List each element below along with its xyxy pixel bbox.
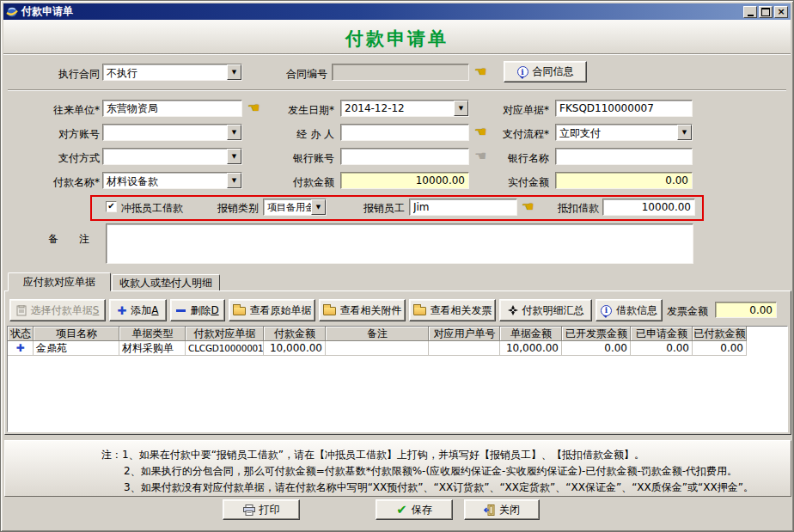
col-header[interactable]: 已申请金额 bbox=[631, 327, 693, 341]
cell-paid: 0.00 bbox=[693, 341, 747, 356]
delete-button[interactable]: 删除D bbox=[170, 299, 225, 321]
view-attachment-button[interactable]: 查看相关附件 bbox=[319, 299, 406, 321]
header-strip: 付款申请单 bbox=[3, 20, 791, 53]
table-row[interactable]: ✚ 金鼎苑 材料采购单 CLCGD100000016 10,000.00 10,… bbox=[8, 341, 787, 356]
offset-category-label: 报销类别 bbox=[207, 201, 259, 215]
pay-method-label: 支付方式 bbox=[18, 151, 100, 165]
window-title: 付款申请单 bbox=[21, 4, 742, 19]
exec-contract-label: 执行合同 bbox=[18, 67, 100, 81]
select-payment-doc-button[interactable]: 选择付款单据S bbox=[9, 299, 106, 321]
payment-detail-sum-button[interactable]: 付款明细汇总 bbox=[499, 299, 592, 321]
divider bbox=[8, 89, 786, 91]
info-icon: i bbox=[517, 66, 528, 77]
actual-amount-field[interactable] bbox=[555, 172, 693, 189]
tab-payable-docs[interactable]: 应付款对应单据 bbox=[8, 272, 111, 291]
bank-name-field[interactable] bbox=[555, 148, 693, 165]
app-icon bbox=[6, 6, 18, 18]
view-invoice-button[interactable]: 查看相关发票 bbox=[409, 299, 496, 321]
minimize-button[interactable] bbox=[743, 6, 757, 18]
note-line: 2、如果执行的分包合同，那么可付款金额=付款基数*付款限额%-(应收履约保证金-… bbox=[101, 463, 791, 480]
cell-doc-type: 材料采购单 bbox=[119, 341, 186, 356]
folder-icon bbox=[323, 307, 336, 315]
unit-field[interactable] bbox=[102, 100, 242, 117]
col-header[interactable]: 付款对应单据 bbox=[186, 327, 264, 341]
pay-flow-select[interactable]: 立即支付 ▼ bbox=[555, 124, 693, 141]
payable-docs-panel: 选择付款单据S ✚ 添加A 删除D 查看原始单据 查看相关附件 查看相关发票 bbox=[4, 290, 791, 435]
col-header[interactable]: 项目名称 bbox=[34, 327, 119, 341]
pay-method-select[interactable]: ▼ bbox=[102, 148, 242, 165]
contract-info-button[interactable]: i 合同信息 bbox=[504, 61, 587, 83]
offset-deduct-label: 抵扣借款 bbox=[547, 201, 599, 215]
remark-textarea[interactable] bbox=[106, 223, 693, 264]
chevron-down-icon[interactable]: ▼ bbox=[227, 173, 241, 188]
cell-invoiced: 0.00 bbox=[562, 341, 631, 356]
cell-project: 金鼎苑 bbox=[34, 341, 119, 356]
contract-no-label: 合同编号 bbox=[263, 67, 327, 81]
offset-employee-label: 报销员工 bbox=[353, 201, 405, 215]
doc-no-field[interactable] bbox=[555, 100, 693, 117]
chevron-down-icon[interactable]: ▼ bbox=[227, 64, 241, 80]
contract-lookup-hand-icon[interactable]: ☚ bbox=[474, 66, 486, 77]
offset-deduct-field[interactable] bbox=[602, 199, 695, 216]
other-account-label: 对方账号 bbox=[18, 127, 100, 141]
save-button[interactable]: ✔ 保存 bbox=[376, 499, 453, 520]
date-label: 发生日期* bbox=[254, 103, 334, 117]
col-header[interactable]: 单据金额 bbox=[500, 327, 562, 341]
invoice-amount-label: 发票金额 bbox=[667, 304, 712, 318]
col-header[interactable]: 付款金额 bbox=[264, 327, 326, 341]
tab-payee-detail[interactable]: 收款人或垫付人明细 bbox=[112, 274, 220, 291]
summary-icon bbox=[508, 305, 518, 315]
operator-field[interactable] bbox=[340, 124, 469, 141]
pay-amount-label: 付款金额 bbox=[254, 175, 334, 189]
date-select[interactable]: 2014-12-12 ▼ bbox=[340, 100, 469, 117]
offset-category-select[interactable]: 项目备用金 ▼ bbox=[263, 199, 327, 216]
chevron-down-icon[interactable]: ▼ bbox=[227, 125, 241, 140]
divider bbox=[3, 53, 791, 55]
cell-user-no bbox=[429, 341, 500, 356]
operator-label: 经 办 人 bbox=[254, 127, 334, 141]
pay-name-label: 付款名称* bbox=[18, 175, 100, 189]
printer-icon bbox=[243, 504, 255, 516]
col-header[interactable]: 对应用户单号 bbox=[429, 327, 500, 341]
chevron-down-icon[interactable]: ▼ bbox=[227, 149, 241, 164]
other-account-select[interactable]: ▼ bbox=[102, 124, 242, 141]
doc-no-label: 对应单据* bbox=[476, 103, 549, 117]
pay-flow-label: 支付流程* bbox=[476, 127, 549, 141]
row-status-plus-icon[interactable]: ✚ bbox=[8, 341, 34, 356]
notes-panel: 注：1、如果在付款中要“报销员工借款”，请在【冲抵员工借款】上打钩，并填写好【报… bbox=[4, 440, 791, 497]
print-button[interactable]: 打印 bbox=[223, 499, 300, 520]
maximize-button[interactable] bbox=[759, 6, 773, 18]
view-original-doc-button[interactable]: 查看原始单据 bbox=[229, 299, 315, 321]
chevron-down-icon[interactable]: ▼ bbox=[454, 101, 468, 116]
col-header[interactable]: 备注 bbox=[326, 327, 429, 341]
col-header[interactable]: 单据类型 bbox=[119, 327, 186, 341]
pay-name-select[interactable]: 材料设备款 ▼ bbox=[102, 172, 242, 189]
offset-checkbox[interactable]: ✔ bbox=[106, 201, 117, 212]
bank-account-field[interactable] bbox=[340, 148, 469, 165]
title-bar: 付款申请单 × bbox=[3, 3, 791, 20]
offset-employee-field[interactable] bbox=[409, 199, 517, 216]
col-header[interactable]: 状态 bbox=[8, 327, 34, 341]
cell-doc-amount: 10,000.00 bbox=[500, 341, 562, 356]
grid-header-row: 状态 项目名称 单据类型 付款对应单据 付款金额 备注 对应用户单号 单据金额 … bbox=[8, 327, 787, 341]
remark-label: 备 注 bbox=[48, 232, 101, 246]
col-header[interactable]: 已付款金额 bbox=[693, 327, 747, 341]
folder-icon bbox=[233, 307, 246, 315]
chevron-down-icon[interactable]: ▼ bbox=[677, 125, 692, 140]
close-button[interactable]: × bbox=[774, 6, 788, 18]
offset-checkbox-label: 冲抵员工借款 bbox=[121, 201, 198, 215]
chevron-down-icon[interactable]: ▼ bbox=[311, 199, 326, 215]
page-title: 付款申请单 bbox=[3, 20, 791, 51]
close-form-button[interactable]: 关闭 bbox=[464, 499, 540, 520]
pay-amount-field[interactable] bbox=[340, 172, 469, 189]
employee-lookup-hand-icon[interactable]: ☚ bbox=[522, 201, 534, 212]
exec-contract-select[interactable]: 不执行 ▼ bbox=[102, 64, 242, 81]
cell-doc-no: CLCGD100000016 bbox=[186, 341, 264, 356]
cell-remark bbox=[326, 341, 429, 356]
check-icon: ✔ bbox=[107, 202, 114, 211]
invoice-amount-field[interactable] bbox=[715, 302, 777, 318]
add-button[interactable]: ✚ 添加A bbox=[109, 299, 167, 321]
loan-info-button[interactable]: i 借款信息 bbox=[596, 299, 663, 321]
exit-door-icon bbox=[484, 504, 495, 516]
col-header[interactable]: 已开发票金额 bbox=[562, 327, 631, 341]
